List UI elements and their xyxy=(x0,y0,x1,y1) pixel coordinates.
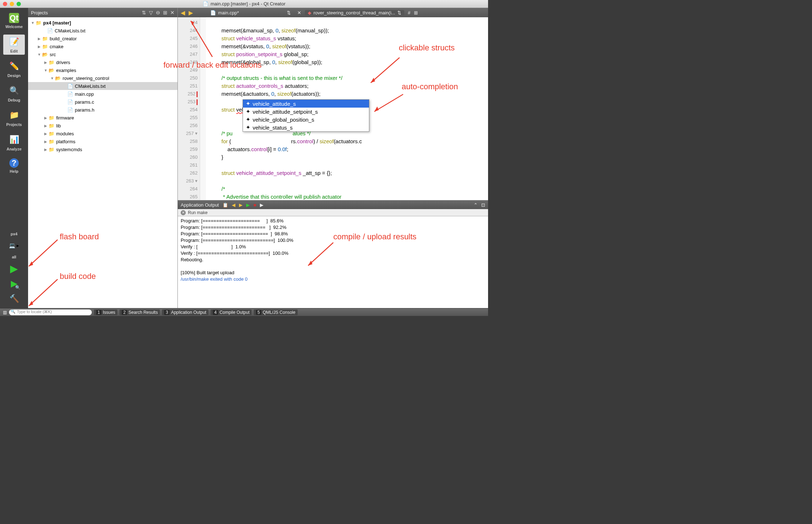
debug-icon: 🔍 xyxy=(8,85,20,96)
design-icon: ✏️ xyxy=(8,60,20,72)
issues-tab[interactable]: 1Issues xyxy=(94,310,117,315)
toggle-sidebar-button[interactable]: ▥ xyxy=(3,310,7,315)
tree-folder[interactable]: ▶📁systemcmds xyxy=(28,145,177,153)
nav-back-button[interactable]: ◀ xyxy=(181,9,185,16)
tree-folder[interactable]: ▼📂rover_steering_control xyxy=(28,74,177,82)
autocomplete-item[interactable]: ✦vehicle_global_position_s xyxy=(243,116,369,123)
edit-icon: 📝 xyxy=(8,36,20,48)
status-bar: ▥ Type to locate (⌘K) 1Issues 2Search Re… xyxy=(0,308,488,316)
mode-design[interactable]: ✏️ Design xyxy=(3,59,25,79)
tree-file[interactable]: 📄params.h xyxy=(28,106,177,114)
qt-logo-icon: Qt xyxy=(9,13,19,23)
autocomplete-popup[interactable]: ✦vehicle_attitude_s ✦vehicle_attitude_se… xyxy=(243,99,369,132)
tree-folder[interactable]: ▼📂examples xyxy=(28,66,177,74)
new-run-icon[interactable]: 📋 xyxy=(222,202,228,208)
tree-folder[interactable]: ▶📁build_creator xyxy=(28,35,177,42)
tree-folder[interactable]: ▶📁drivers xyxy=(28,58,177,66)
tree-root[interactable]: ▼📁px4 [master] xyxy=(28,19,177,27)
projects-panel-header: Projects ⇅ ▽ ⊖ ⊞ ✕ xyxy=(28,8,177,17)
split-editor-button[interactable]: ⊞ xyxy=(414,10,418,15)
mode-rail: Qt Welcome 📝 Edit ✏️ Design 🔍 Debug 📁 Pr… xyxy=(0,8,28,308)
editor-toolbar: ◀ ▶ 📄 main.cpp* ⇅ ✕ ◆ rover_steering_con… xyxy=(178,8,488,17)
funnel-icon[interactable]: ▽ xyxy=(149,10,153,15)
kit-label: all xyxy=(12,255,16,259)
attach-icon[interactable]: ▶ xyxy=(260,202,263,208)
tree-file[interactable]: 📄params.c xyxy=(28,98,177,106)
link-icon[interactable]: ⊖ xyxy=(156,10,160,15)
file-icon: 📄 xyxy=(210,10,216,15)
output-back-button[interactable]: ◀ xyxy=(232,202,235,208)
qml-console-tab[interactable]: 5QML/JS Console xyxy=(254,310,297,315)
locator-input[interactable]: Type to locate (⌘K) xyxy=(9,310,92,315)
line-gutter: 24244245246247248249250251 2522532542552… xyxy=(178,17,200,200)
function-icon: ◆ xyxy=(308,10,311,15)
line-col-indicator[interactable]: # xyxy=(408,10,410,15)
nav-forward-button[interactable]: ▶ xyxy=(189,9,193,16)
tree-folder[interactable]: ▼📂src xyxy=(28,50,177,58)
mode-analyze[interactable]: 📊 Analyze xyxy=(3,132,25,153)
mode-projects[interactable]: 📁 Projects xyxy=(3,108,25,128)
maximize-output-button[interactable]: ⌃ xyxy=(474,202,478,208)
close-panel-icon[interactable]: ✕ xyxy=(170,10,175,15)
close-output-button[interactable]: ⊡ xyxy=(481,202,485,208)
code-editor[interactable]: 24244245246247248249250251 2522532542552… xyxy=(178,17,488,200)
close-document-button[interactable]: ✕ xyxy=(297,10,301,15)
split-icon[interactable]: ⊞ xyxy=(163,10,167,15)
build-button[interactable]: 🔨 xyxy=(8,293,20,304)
output-text[interactable]: Program: [===================== ] 85.6% … xyxy=(178,216,488,308)
autocomplete-item[interactable]: ✦vehicle_attitude_setpoint_s xyxy=(243,108,369,116)
help-icon: ? xyxy=(9,158,19,168)
run-button[interactable]: ▶ xyxy=(8,263,20,274)
autocomplete-item[interactable]: ✦vehicle_status_s xyxy=(243,123,369,131)
output-forward-button[interactable]: ▶ xyxy=(239,202,243,208)
target-label: px4 xyxy=(11,232,18,236)
rerun-button[interactable]: ▶ xyxy=(246,202,250,208)
output-panel-header: Application Output 📋 ◀ ▶ ▶ ■ ▶ ⌃ ⊡ xyxy=(178,200,488,209)
tree-file-selected[interactable]: 📄CMakeLists.txt xyxy=(28,82,177,90)
compile-output-tab[interactable]: 4Compile Output xyxy=(211,310,252,315)
kit-selector[interactable]: 💻 ▸ xyxy=(8,240,20,251)
mode-debug[interactable]: 🔍 Debug xyxy=(3,83,25,104)
output-tab[interactable]: ✕ Run make xyxy=(178,209,488,216)
tree-folder[interactable]: ▶📁platforms xyxy=(28,137,177,145)
window-title: main.cpp [master] - px4 - Qt Creator xyxy=(211,1,285,6)
file-selector[interactable]: 📄 main.cpp* ⇅ xyxy=(207,10,294,15)
stop-button[interactable]: ■ xyxy=(253,202,256,208)
autocomplete-item[interactable]: ✦vehicle_attitude_s xyxy=(243,100,369,108)
document-icon: 📄 xyxy=(203,1,208,6)
tree-folder[interactable]: ▶📁firmware xyxy=(28,114,177,122)
projects-icon: 📁 xyxy=(8,109,20,121)
close-tab-icon[interactable]: ✕ xyxy=(181,210,186,215)
tree-folder[interactable]: ▶📁cmake xyxy=(28,42,177,50)
mode-help[interactable]: ? Help xyxy=(3,157,25,175)
symbol-selector[interactable]: ◆ rover_steering_control_thread_main(i..… xyxy=(305,10,404,15)
project-tree[interactable]: ▼📁px4 [master] 📄CMakeLists.txt ▶📁build_c… xyxy=(28,17,177,308)
analyze-icon: 📊 xyxy=(8,134,20,145)
mode-welcome[interactable]: Qt Welcome xyxy=(3,12,25,30)
mode-edit[interactable]: 📝 Edit xyxy=(3,35,25,55)
tree-folder[interactable]: ▶📁modules xyxy=(28,130,177,137)
search-results-tab[interactable]: 2Search Results xyxy=(119,310,160,315)
tree-folder[interactable]: ▶📁lib xyxy=(28,122,177,130)
application-output-tab[interactable]: 3Application Output xyxy=(162,310,208,315)
run-debug-button[interactable]: ▶🔍 xyxy=(8,278,20,289)
filter-icon[interactable]: ⇅ xyxy=(142,10,146,15)
window-titlebar: 📄 main.cpp [master] - px4 - Qt Creator xyxy=(0,0,488,8)
tree-file[interactable]: 📄main.cpp xyxy=(28,90,177,98)
tree-file[interactable]: 📄CMakeLists.txt xyxy=(28,27,177,35)
